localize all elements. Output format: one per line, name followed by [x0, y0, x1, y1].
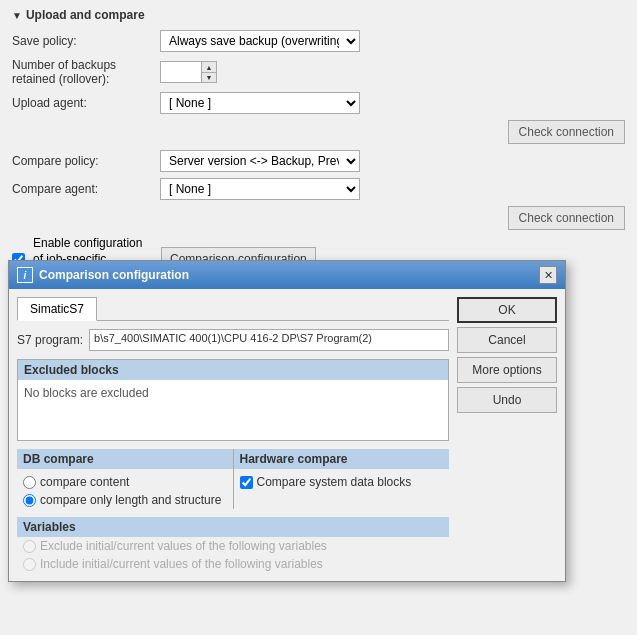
s7-program-path: b\s7_400\SIMATIC 400(1)\CPU 416-2 DP\S7 …	[89, 329, 449, 351]
compare-agent-select[interactable]: [ None ]	[160, 178, 360, 200]
db-compare-header: DB compare	[17, 449, 233, 469]
backups-input[interactable]: 10	[161, 62, 201, 82]
variables-option2-label: Include initial/current values of the fo…	[40, 557, 323, 571]
db-compare-option2-row: compare only length and structure	[17, 491, 233, 509]
variables-option1-row: Exclude initial/current values of the fo…	[17, 537, 449, 555]
s7-program-row: S7 program: b\s7_400\SIMATIC 400(1)\CPU …	[17, 329, 449, 351]
compare-policy-label: Compare policy:	[12, 154, 152, 168]
dialog-icon-char: i	[24, 270, 27, 281]
dialog-icon: i	[17, 267, 33, 283]
backups-row: Number of backups retained (rollover): 1…	[12, 58, 625, 86]
backups-spinbox[interactable]: 10 ▲ ▼	[160, 61, 217, 83]
hardware-compare-checkbox[interactable]	[240, 476, 253, 489]
excluded-blocks-content: No blocks are excluded	[18, 380, 448, 440]
variables-radio-1[interactable]	[23, 540, 36, 553]
hardware-compare-col: Hardware compare Compare system data blo…	[234, 449, 450, 509]
upload-compare-panel: ▼ Upload and compare Save policy: Always…	[0, 0, 637, 297]
spinbox-arrows: ▲ ▼	[201, 62, 216, 82]
variables-option1-label: Exclude initial/current values of the fo…	[40, 539, 327, 553]
compare-policy-select[interactable]: Server version <-> Backup, Previous	[160, 150, 360, 172]
tab-simatic[interactable]: SimaticS7	[17, 297, 97, 321]
upload-agent-row: Upload agent: [ None ]	[12, 92, 625, 114]
excluded-blocks-text: No blocks are excluded	[24, 386, 149, 400]
excluded-blocks-box: Excluded blocks No blocks are excluded	[17, 359, 449, 441]
excluded-blocks-header: Excluded blocks	[18, 360, 448, 380]
db-compare-option1-row: compare content	[17, 473, 233, 491]
db-compare-option2-label: compare only length and structure	[40, 493, 221, 507]
dialog-left-panel: SimaticS7 S7 program: b\s7_400\SIMATIC 4…	[17, 297, 449, 573]
tab-bar: SimaticS7	[17, 297, 449, 321]
dialog-titlebar: i Comparison configuration ✕	[9, 261, 565, 289]
collapse-arrow[interactable]: ▼	[12, 10, 22, 21]
section-title: Upload and compare	[26, 8, 145, 22]
check-connection-row-1: Check connection	[12, 120, 625, 144]
upload-agent-label: Upload agent:	[12, 96, 152, 110]
variables-header: Variables	[17, 517, 449, 537]
save-policy-label: Save policy:	[12, 34, 152, 48]
dialog-body: SimaticS7 S7 program: b\s7_400\SIMATIC 4…	[9, 289, 565, 581]
check-connection-btn-2: Check connection	[508, 206, 625, 230]
spinbox-up[interactable]: ▲	[202, 62, 216, 72]
upload-agent-select[interactable]: [ None ]	[160, 92, 360, 114]
s7-program-label: S7 program:	[17, 333, 83, 347]
dialog-right-panel: OK Cancel More options Undo	[457, 297, 557, 573]
hardware-compare-header: Hardware compare	[234, 449, 450, 469]
variables-option2-row: Include initial/current values of the fo…	[17, 555, 449, 573]
ok-button[interactable]: OK	[457, 297, 557, 323]
undo-button[interactable]: Undo	[457, 387, 557, 413]
hardware-compare-checkbox-row: Compare system data blocks	[234, 473, 450, 491]
compare-agent-label: Compare agent:	[12, 182, 152, 196]
variables-section: Variables Exclude initial/current values…	[17, 517, 449, 573]
dialog-close-btn[interactable]: ✕	[539, 266, 557, 284]
save-policy-row: Save policy: Always save backup (overwri…	[12, 30, 625, 52]
cancel-button[interactable]: Cancel	[457, 327, 557, 353]
db-compare-radio-1[interactable]	[23, 476, 36, 489]
dialog-title-left: i Comparison configuration	[17, 267, 189, 283]
two-col-section: DB compare compare content compare only …	[17, 449, 449, 509]
variables-radio-2[interactable]	[23, 558, 36, 571]
spinbox-down[interactable]: ▼	[202, 72, 216, 82]
section-header: ▼ Upload and compare	[12, 8, 625, 22]
dialog-title-text: Comparison configuration	[39, 268, 189, 282]
check-connection-btn-1: Check connection	[508, 120, 625, 144]
db-compare-radio-2[interactable]	[23, 494, 36, 507]
hardware-compare-label: Compare system data blocks	[257, 475, 412, 489]
comparison-config-dialog: i Comparison configuration ✕ SimaticS7 S…	[8, 260, 566, 582]
compare-policy-row: Compare policy: Server version <-> Backu…	[12, 150, 625, 172]
backups-label: Number of backups retained (rollover):	[12, 58, 152, 86]
compare-agent-row: Compare agent: [ None ]	[12, 178, 625, 200]
db-compare-option1-label: compare content	[40, 475, 129, 489]
check-connection-row-2: Check connection	[12, 206, 625, 230]
more-options-button[interactable]: More options	[457, 357, 557, 383]
db-compare-col: DB compare compare content compare only …	[17, 449, 233, 509]
save-policy-select[interactable]: Always save backup (overwriting pre...	[160, 30, 360, 52]
